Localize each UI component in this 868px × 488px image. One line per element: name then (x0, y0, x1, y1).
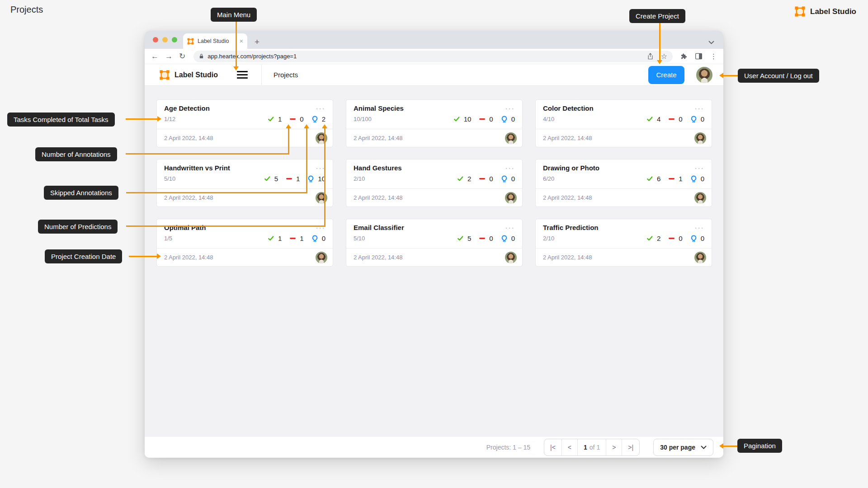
minus-icon (286, 175, 292, 182)
minus-icon (479, 116, 486, 122)
predictions-stat: 0 (501, 235, 515, 242)
predictions-stat: 0 (690, 175, 704, 183)
next-page-button[interactable]: > (606, 439, 622, 455)
projects-count-summary: Projects: 1 – 15 (486, 444, 530, 451)
pager: |< < 1 of 1 > >| (544, 439, 640, 456)
predictions-count: 10 (318, 175, 326, 183)
last-page-button[interactable]: >| (622, 439, 639, 455)
app-brand-name: Label Studio (175, 71, 218, 79)
callout-creation-date: Project Creation Date (45, 249, 122, 263)
annotations-stat: 2 (646, 235, 660, 242)
extensions-puzzle-icon[interactable] (680, 53, 687, 60)
card-menu-icon[interactable]: ··· (505, 105, 515, 112)
main-menu-button[interactable] (237, 71, 248, 79)
predictions-stat: 2 (311, 115, 326, 123)
project-creation-date: 2 April 2022, 14:48 (164, 135, 316, 141)
project-title: Traffic Prediction (543, 224, 695, 231)
annotations-count: 5 (274, 175, 278, 183)
predictions-count: 0 (511, 175, 515, 183)
skipped-stat: 0 (479, 175, 493, 183)
first-page-button[interactable]: |< (544, 439, 562, 455)
project-card[interactable]: Animal Species ··· 10/100 10 0 (346, 99, 523, 147)
card-stats: 1 1 0 (268, 235, 326, 242)
project-card[interactable]: Hand Gestures ··· 2/10 2 0 (346, 159, 523, 207)
card-menu-icon[interactable]: ··· (695, 225, 704, 231)
tasks-ratio: 6/20 (543, 175, 554, 182)
side-panel-icon[interactable] (695, 53, 703, 60)
skipped-stat: 1 (668, 175, 682, 183)
address-bar[interactable]: app.heartex.com/projects?page=1 ☆ (193, 51, 673, 62)
skipped-count: 1 (300, 235, 303, 242)
card-stats: 10 0 0 (453, 115, 515, 123)
tasks-ratio: 10/100 (354, 116, 372, 122)
predictions-stat: 0 (501, 175, 515, 183)
user-arrow-line (723, 75, 738, 76)
maximize-window-button[interactable] (172, 37, 177, 42)
annotations-stat: 5 (457, 235, 471, 242)
minus-icon (668, 175, 675, 182)
tasks-ratio: 5/10 (164, 175, 175, 182)
project-card[interactable]: Email Classifier ··· 5/10 5 0 (346, 219, 523, 267)
predictions-bulb-icon (311, 116, 318, 123)
bookmark-star-icon[interactable]: ☆ (661, 52, 667, 61)
browser-tab-strip: Label Studio × + (145, 31, 723, 49)
callout-skipped: Skipped Annotations (44, 186, 118, 200)
browser-tab[interactable]: Label Studio × (183, 33, 247, 49)
card-menu-icon[interactable]: ··· (505, 225, 515, 231)
card-menu-icon[interactable]: ··· (505, 165, 515, 172)
browser-menu-icon[interactable]: ⋮ (710, 52, 717, 61)
close-window-button[interactable] (153, 37, 158, 42)
label-studio-favicon-icon (187, 38, 194, 45)
card-menu-icon[interactable]: ··· (316, 225, 326, 231)
header-divider (261, 64, 262, 86)
create-button[interactable]: Create (648, 66, 684, 84)
annotations-stat: 1 (268, 115, 282, 123)
new-tab-button[interactable]: + (255, 38, 259, 46)
project-title: Hand Gestures (354, 164, 505, 172)
check-icon (457, 175, 464, 182)
project-card[interactable]: Optimal Path ··· 1/5 1 1 (156, 219, 333, 267)
minus-icon (479, 235, 486, 242)
project-card[interactable]: Drawing or Photo ··· 6/20 6 1 (535, 159, 712, 207)
project-title: Age Detection (164, 104, 316, 112)
prev-page-button[interactable]: < (562, 439, 578, 455)
skipped-count: 0 (679, 115, 682, 123)
skipped-stat: 0 (668, 235, 682, 242)
check-icon (646, 116, 653, 122)
predictions-bulb-icon (690, 116, 697, 123)
minus-icon (668, 235, 675, 242)
tab-title: Label Studio (198, 38, 236, 44)
browser-action-icons: ⋮ (680, 52, 717, 61)
minimize-window-button[interactable] (162, 37, 168, 42)
projects-content: Age Detection ··· 1/12 1 0 (145, 86, 723, 436)
reload-icon[interactable]: ↻ (179, 52, 185, 60)
close-tab-icon[interactable]: × (240, 38, 243, 44)
card-menu-icon[interactable]: ··· (316, 165, 326, 172)
forward-icon[interactable]: → (165, 52, 173, 60)
per-page-select[interactable]: 30 per page (653, 439, 713, 456)
tabs-chevron-icon[interactable] (708, 41, 714, 44)
back-icon[interactable]: ← (151, 52, 159, 60)
card-menu-icon[interactable]: ··· (695, 165, 704, 172)
card-menu-icon[interactable]: ··· (695, 105, 704, 112)
user-avatar[interactable] (696, 67, 712, 83)
share-icon[interactable] (647, 52, 654, 60)
app-logo-icon (159, 70, 170, 80)
project-card[interactable]: Color Detection ··· 4/10 4 0 (535, 99, 712, 147)
project-creation-date: 2 April 2022, 14:48 (354, 135, 505, 141)
project-card[interactable]: Handwritten vs Print ··· 5/10 5 1 (156, 159, 333, 207)
predictions-count: 0 (701, 115, 704, 123)
check-icon (453, 116, 460, 122)
card-menu-icon[interactable]: ··· (316, 105, 326, 112)
callout-user-account: User Account / Log out (738, 69, 819, 83)
predictions-count: 0 (701, 175, 704, 183)
project-card[interactable]: Age Detection ··· 1/12 1 0 (156, 99, 333, 147)
annotations-count: 1 (278, 115, 282, 123)
skipped-stat: 1 (286, 175, 300, 183)
predictions-bulb-icon (690, 235, 697, 242)
annotations-stat: 4 (646, 115, 660, 123)
project-title: Animal Species (354, 104, 505, 112)
projects-grid: Age Detection ··· 1/12 1 0 (145, 86, 723, 267)
annotations-stat: 1 (268, 235, 282, 242)
project-card[interactable]: Traffic Prediction ··· 2/10 2 0 (535, 219, 712, 267)
